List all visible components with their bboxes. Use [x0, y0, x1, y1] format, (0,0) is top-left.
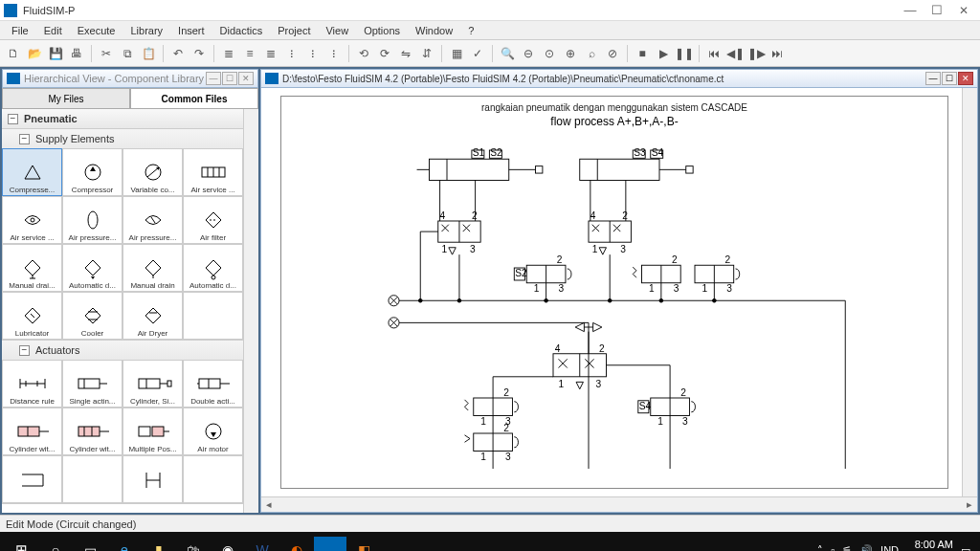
menu-edit[interactable]: Edit — [36, 25, 70, 36]
edge-icon[interactable]: e — [107, 536, 142, 551]
library-item[interactable]: Distance rule — [2, 360, 62, 408]
flip-v-icon[interactable]: ⇵ — [417, 44, 436, 63]
app-icon[interactable]: ◧ — [346, 536, 381, 551]
library-item[interactable]: Single actin... — [62, 360, 122, 408]
tab-common-files[interactable]: Common Files — [130, 88, 258, 108]
pause-icon[interactable]: ❚❚ — [675, 44, 694, 63]
grid-icon[interactable]: ▦ — [447, 44, 466, 63]
save-icon[interactable]: 💾 — [46, 44, 65, 63]
library-item[interactable]: Compressor — [62, 148, 122, 196]
menu-execute[interactable]: Execute — [70, 25, 123, 36]
library-item[interactable]: Air filter — [183, 196, 243, 244]
align-top-icon[interactable]: ⫶ — [282, 44, 301, 63]
chrome-icon[interactable]: ◉ — [211, 536, 245, 551]
menu-didactics[interactable]: Didactics — [212, 25, 271, 36]
collapse-icon[interactable]: − — [19, 345, 30, 356]
canvas-vscrollbar[interactable] — [962, 88, 977, 496]
window-close-button[interactable]: ✕ — [951, 3, 976, 18]
circuit-close-button[interactable]: ✕ — [958, 72, 973, 85]
clock[interactable]: 8:00 AM 2/12/2018 — [906, 539, 953, 551]
window-maximize-button[interactable]: ☐ — [924, 3, 949, 18]
section-actuators[interactable]: − Actuators — [2, 341, 243, 360]
library-item[interactable]: Air Dryer — [122, 292, 183, 340]
redo-icon[interactable]: ↷ — [189, 44, 209, 63]
library-item[interactable]: Variable co... — [122, 148, 183, 196]
library-item[interactable]: Cylinder wit... — [2, 408, 62, 455]
library-item[interactable]: Lubricator — [2, 292, 62, 340]
menu-view[interactable]: View — [318, 25, 356, 36]
system-tray[interactable]: ˄ ▫ ⚟ 🔊 IND 8:00 AM 2/12/2018 ▭ — [817, 539, 976, 551]
battery-icon[interactable]: ▫ — [831, 544, 835, 551]
circuit-canvas[interactable]: rangkaian pneumatik dengan menggunakan s… — [260, 88, 978, 513]
align-left-icon[interactable]: ≣ — [219, 44, 238, 63]
library-item[interactable]: Air motor — [183, 408, 243, 455]
align-right-icon[interactable]: ≣ — [261, 44, 280, 63]
open-icon[interactable]: 📂 — [25, 44, 44, 63]
scroll-left-icon[interactable]: ◂ — [261, 498, 277, 511]
library-item[interactable]: Automatic d... — [183, 244, 243, 292]
volume-icon[interactable]: 🔊 — [859, 544, 873, 552]
tab-my-files[interactable]: My Files — [2, 88, 130, 108]
explorer-icon[interactable]: ▮ — [142, 536, 176, 551]
library-item[interactable]: Air service ... — [2, 196, 62, 244]
print-icon[interactable]: 🖶 — [67, 44, 86, 63]
last-icon[interactable]: ⏭ — [768, 44, 787, 63]
library-item[interactable]: Cylinder wit... — [62, 408, 122, 455]
library-item[interactable]: Air pressure... — [122, 196, 183, 244]
fluidsim-taskbar-icon[interactable] — [314, 537, 346, 551]
zoom-prev-icon[interactable]: ⊘ — [603, 44, 622, 63]
cortana-icon[interactable]: ○ — [38, 536, 73, 551]
window-minimize-button[interactable]: — — [898, 3, 923, 18]
collapse-icon[interactable]: − — [8, 114, 18, 124]
stop-icon[interactable]: ■ — [633, 44, 652, 63]
zoom-area-icon[interactable]: ⌕ — [582, 44, 601, 63]
paste-icon[interactable]: 📋 — [139, 44, 158, 63]
align-center-icon[interactable]: ≡ — [240, 44, 259, 63]
rotate-left-icon[interactable]: ⟲ — [354, 44, 373, 63]
library-item[interactable]: Multiple Pos... — [122, 408, 183, 455]
menu-file[interactable]: File — [4, 25, 36, 36]
prev-icon[interactable]: ◀❚ — [725, 44, 745, 63]
library-item[interactable]: Cooler — [62, 292, 122, 340]
ime-indicator[interactable]: IND — [880, 544, 899, 551]
collapse-icon[interactable]: − — [19, 134, 30, 144]
menu-options[interactable]: Options — [356, 25, 408, 36]
library-item[interactable]: Double acti... — [183, 360, 243, 408]
menu-window[interactable]: Window — [408, 25, 460, 36]
zoom-in-icon[interactable]: ⊕ — [561, 44, 580, 63]
canvas-hscrollbar[interactable]: ◂ ▸ — [261, 496, 977, 512]
library-max-button[interactable]: ☐ — [222, 72, 237, 85]
zoom-out-icon[interactable]: ⊖ — [519, 44, 538, 63]
library-item[interactable]: Air pressure... — [62, 196, 122, 244]
notifications-icon[interactable]: ▭ — [961, 544, 970, 552]
zoom-100-icon[interactable]: ⊙ — [540, 44, 559, 63]
taskview-icon[interactable]: ▭ — [73, 536, 107, 551]
circuit-max-button[interactable]: ☐ — [942, 72, 957, 85]
play-icon[interactable]: ▶ — [654, 44, 673, 63]
library-item[interactable]: Manual drai... — [2, 244, 62, 292]
library-scrollbar[interactable] — [243, 109, 258, 513]
rotate-right-icon[interactable]: ⟳ — [375, 44, 394, 63]
flip-h-icon[interactable]: ⇋ — [396, 44, 415, 63]
check-icon[interactable]: ✓ — [468, 44, 487, 63]
word-icon[interactable]: W — [245, 536, 279, 551]
section-supply-elements[interactable]: − Supply Elements — [2, 129, 243, 148]
start-button[interactable]: ⊞ — [4, 536, 38, 551]
wifi-icon[interactable]: ⚟ — [842, 544, 852, 552]
scroll-right-icon[interactable]: ▸ — [962, 498, 977, 511]
undo-icon[interactable]: ↶ — [168, 44, 188, 63]
firefox-icon[interactable]: ◐ — [279, 536, 314, 551]
section-pneumatic[interactable]: − Pneumatic — [2, 109, 243, 128]
copy-icon[interactable]: ⧉ — [118, 44, 137, 63]
align-mid-icon[interactable]: ⫶ — [303, 44, 323, 63]
library-min-button[interactable]: — — [206, 72, 221, 85]
menu-insert[interactable]: Insert — [170, 25, 212, 36]
cut-icon[interactable]: ✂ — [97, 44, 116, 63]
library-item[interactable]: Automatic d... — [62, 244, 122, 292]
align-bot-icon[interactable]: ⫶ — [324, 44, 344, 63]
menu-library[interactable]: Library — [122, 25, 170, 36]
zoom-fit-icon[interactable]: 🔍 — [498, 44, 517, 63]
first-icon[interactable]: ⏮ — [704, 44, 724, 63]
library-item[interactable]: Cylinder, Si... — [122, 360, 183, 408]
menu-project[interactable]: Project — [270, 25, 318, 36]
